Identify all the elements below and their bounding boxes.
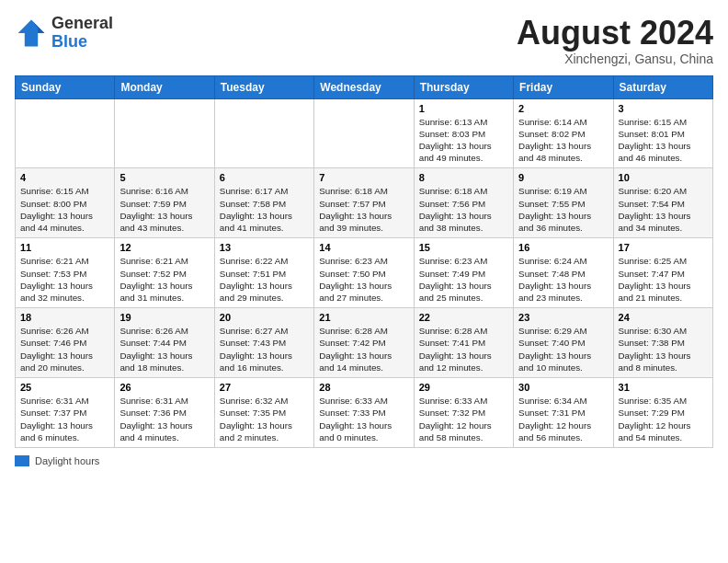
day-info: Sunrise: 6:31 AM Sunset: 7:36 PM Dayligh… <box>119 395 209 443</box>
title-block: August 2024 Xinchengzi, Gansu, China <box>517 15 713 66</box>
day-number: 22 <box>419 312 508 323</box>
calendar-cell: 3Sunrise: 6:15 AM Sunset: 8:01 PM Daylig… <box>613 98 712 168</box>
day-number: 31 <box>619 382 708 393</box>
day-info: Sunrise: 6:30 AM Sunset: 7:38 PM Dayligh… <box>619 325 708 373</box>
day-number: 3 <box>619 103 708 114</box>
calendar-cell: 30Sunrise: 6:34 AM Sunset: 7:31 PM Dayli… <box>514 378 613 448</box>
logo: General Blue <box>15 15 113 52</box>
calendar-cell: 16Sunrise: 6:24 AM Sunset: 7:48 PM Dayli… <box>514 238 613 308</box>
day-number: 11 <box>20 242 109 253</box>
calendar-day-header: Friday <box>514 75 613 98</box>
day-number: 4 <box>20 172 109 183</box>
day-info: Sunrise: 6:14 AM Sunset: 8:02 PM Dayligh… <box>518 116 608 165</box>
day-info: Sunrise: 6:35 AM Sunset: 7:29 PM Dayligh… <box>619 395 708 443</box>
logo-blue-text: Blue <box>51 32 87 51</box>
day-info: Sunrise: 6:15 AM Sunset: 8:01 PM Dayligh… <box>619 116 708 165</box>
day-number: 7 <box>319 172 408 183</box>
calendar-cell: 25Sunrise: 6:31 AM Sunset: 7:37 PM Dayli… <box>16 378 115 448</box>
logo-general-text: General <box>51 14 113 32</box>
day-number: 20 <box>220 312 309 323</box>
day-number: 8 <box>419 172 508 183</box>
calendar-day-header: Sunday <box>16 75 115 98</box>
day-info: Sunrise: 6:18 AM Sunset: 7:57 PM Dayligh… <box>319 185 408 234</box>
calendar-day-header: Saturday <box>613 75 712 98</box>
location-subtitle: Xinchengzi, Gansu, China <box>517 52 713 66</box>
day-info: Sunrise: 6:25 AM Sunset: 7:47 PM Dayligh… <box>619 255 708 304</box>
calendar-cell: 2Sunrise: 6:14 AM Sunset: 8:02 PM Daylig… <box>514 98 613 168</box>
day-number: 17 <box>619 242 708 253</box>
day-number: 24 <box>619 312 708 323</box>
day-number: 15 <box>419 242 508 253</box>
day-number: 9 <box>518 172 608 183</box>
day-number: 2 <box>518 103 608 114</box>
day-number: 13 <box>220 242 309 253</box>
calendar-cell: 26Sunrise: 6:31 AM Sunset: 7:36 PM Dayli… <box>115 378 214 448</box>
calendar-cell: 29Sunrise: 6:33 AM Sunset: 7:32 PM Dayli… <box>414 378 513 448</box>
day-info: Sunrise: 6:21 AM Sunset: 7:53 PM Dayligh… <box>20 255 109 304</box>
day-number: 10 <box>619 172 708 183</box>
day-info: Sunrise: 6:29 AM Sunset: 7:40 PM Dayligh… <box>518 325 608 373</box>
day-number: 29 <box>419 382 508 393</box>
day-info: Sunrise: 6:19 AM Sunset: 7:55 PM Dayligh… <box>518 185 608 234</box>
calendar-table: SundayMondayTuesdayWednesdayThursdayFrid… <box>15 75 713 448</box>
calendar-cell: 18Sunrise: 6:26 AM Sunset: 7:46 PM Dayli… <box>16 308 115 378</box>
calendar-week-row: 18Sunrise: 6:26 AM Sunset: 7:46 PM Dayli… <box>16 308 713 378</box>
day-info: Sunrise: 6:26 AM Sunset: 7:46 PM Dayligh… <box>20 325 109 373</box>
calendar-cell: 13Sunrise: 6:22 AM Sunset: 7:51 PM Dayli… <box>214 238 313 308</box>
calendar-cell: 28Sunrise: 6:33 AM Sunset: 7:33 PM Dayli… <box>314 378 414 448</box>
calendar-cell: 12Sunrise: 6:21 AM Sunset: 7:52 PM Dayli… <box>115 238 214 308</box>
calendar-cell: 22Sunrise: 6:28 AM Sunset: 7:41 PM Dayli… <box>414 308 513 378</box>
day-number: 12 <box>119 242 209 253</box>
day-number: 21 <box>319 312 408 323</box>
calendar-cell: 19Sunrise: 6:26 AM Sunset: 7:44 PM Dayli… <box>115 308 214 378</box>
calendar-cell: 8Sunrise: 6:18 AM Sunset: 7:56 PM Daylig… <box>414 168 513 238</box>
calendar-cell: 20Sunrise: 6:27 AM Sunset: 7:43 PM Dayli… <box>214 308 313 378</box>
day-info: Sunrise: 6:34 AM Sunset: 7:31 PM Dayligh… <box>518 395 608 443</box>
day-number: 30 <box>518 382 608 393</box>
day-info: Sunrise: 6:23 AM Sunset: 7:49 PM Dayligh… <box>419 255 508 304</box>
calendar-cell: 23Sunrise: 6:29 AM Sunset: 7:40 PM Dayli… <box>514 308 613 378</box>
legend: Daylight hours <box>15 455 713 466</box>
calendar-cell: 17Sunrise: 6:25 AM Sunset: 7:47 PM Dayli… <box>613 238 712 308</box>
day-info: Sunrise: 6:17 AM Sunset: 7:58 PM Dayligh… <box>220 185 309 234</box>
day-info: Sunrise: 6:27 AM Sunset: 7:43 PM Dayligh… <box>220 325 309 373</box>
calendar-cell <box>115 98 214 168</box>
day-info: Sunrise: 6:28 AM Sunset: 7:41 PM Dayligh… <box>419 325 508 373</box>
day-info: Sunrise: 6:31 AM Sunset: 7:37 PM Dayligh… <box>20 395 109 443</box>
day-number: 23 <box>518 312 608 323</box>
day-number: 25 <box>20 382 109 393</box>
calendar-day-header: Wednesday <box>314 75 414 98</box>
calendar-cell: 6Sunrise: 6:17 AM Sunset: 7:58 PM Daylig… <box>214 168 313 238</box>
page-header: General Blue August 2024 Xinchengzi, Gan… <box>15 15 713 66</box>
day-info: Sunrise: 6:32 AM Sunset: 7:35 PM Dayligh… <box>220 395 309 443</box>
calendar-cell: 9Sunrise: 6:19 AM Sunset: 7:55 PM Daylig… <box>514 168 613 238</box>
day-number: 16 <box>518 242 608 253</box>
day-info: Sunrise: 6:16 AM Sunset: 7:59 PM Dayligh… <box>119 185 209 234</box>
day-info: Sunrise: 6:33 AM Sunset: 7:33 PM Dayligh… <box>319 395 408 443</box>
calendar-header-row: SundayMondayTuesdayWednesdayThursdayFrid… <box>16 75 713 98</box>
month-year-title: August 2024 <box>517 15 713 52</box>
day-info: Sunrise: 6:28 AM Sunset: 7:42 PM Dayligh… <box>319 325 408 373</box>
calendar-cell <box>314 98 414 168</box>
day-info: Sunrise: 6:13 AM Sunset: 8:03 PM Dayligh… <box>419 116 508 165</box>
legend-label: Daylight hours <box>35 455 99 466</box>
calendar-cell <box>16 98 115 168</box>
calendar-day-header: Thursday <box>414 75 513 98</box>
day-number: 14 <box>319 242 408 253</box>
day-info: Sunrise: 6:20 AM Sunset: 7:54 PM Dayligh… <box>619 185 708 234</box>
day-number: 5 <box>119 172 209 183</box>
calendar-cell: 24Sunrise: 6:30 AM Sunset: 7:38 PM Dayli… <box>613 308 712 378</box>
calendar-cell: 4Sunrise: 6:15 AM Sunset: 8:00 PM Daylig… <box>16 168 115 238</box>
calendar-week-row: 25Sunrise: 6:31 AM Sunset: 7:37 PM Dayli… <box>16 378 713 448</box>
day-info: Sunrise: 6:33 AM Sunset: 7:32 PM Dayligh… <box>419 395 508 443</box>
calendar-cell <box>214 98 313 168</box>
calendar-cell: 31Sunrise: 6:35 AM Sunset: 7:29 PM Dayli… <box>613 378 712 448</box>
calendar-cell: 5Sunrise: 6:16 AM Sunset: 7:59 PM Daylig… <box>115 168 214 238</box>
day-info: Sunrise: 6:26 AM Sunset: 7:44 PM Dayligh… <box>119 325 209 373</box>
calendar-week-row: 1Sunrise: 6:13 AM Sunset: 8:03 PM Daylig… <box>16 98 713 168</box>
calendar-cell: 14Sunrise: 6:23 AM Sunset: 7:50 PM Dayli… <box>314 238 414 308</box>
day-number: 28 <box>319 382 408 393</box>
day-number: 26 <box>119 382 209 393</box>
day-info: Sunrise: 6:22 AM Sunset: 7:51 PM Dayligh… <box>220 255 309 304</box>
day-number: 19 <box>119 312 209 323</box>
